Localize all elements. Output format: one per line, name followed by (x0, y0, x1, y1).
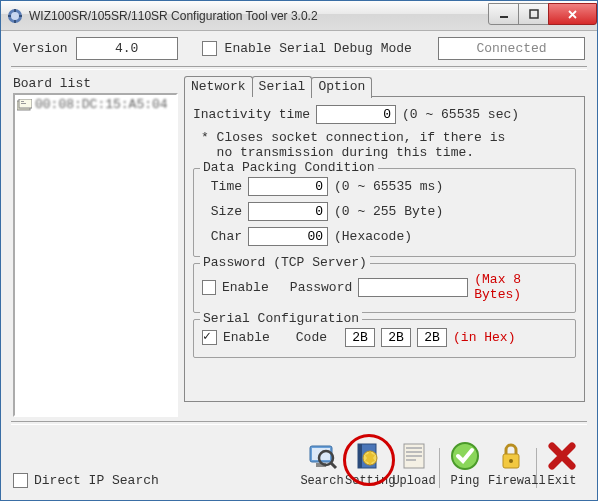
svg-point-27 (509, 459, 513, 463)
svg-rect-18 (358, 444, 362, 468)
upload-icon (398, 440, 430, 472)
dpc-size-input[interactable] (248, 202, 328, 221)
sc-enable-checkbox[interactable] (202, 330, 217, 345)
direct-ip-label: Direct IP Search (34, 473, 159, 488)
client-area: Version 4.0 Enable Serial Debug Mode Con… (9, 35, 589, 492)
toolbar-separator (439, 448, 440, 488)
inactivity-unit: (0 ~ 65535 sec) (402, 107, 519, 122)
minimize-button[interactable] (488, 3, 519, 25)
version-label: Version (13, 41, 68, 56)
dpc-size-label: Size (202, 204, 242, 219)
tab-option[interactable]: Option (311, 77, 372, 98)
ping-button[interactable]: Ping (442, 438, 488, 488)
dpc-time-input[interactable] (248, 177, 328, 196)
password-group: Password (TCP Server) Enable Password (M… (193, 263, 576, 313)
right-pane: Network Serial Option Inactivity time (0… (184, 76, 585, 417)
version-field: 4.0 (76, 37, 178, 60)
inactivity-note: * Closes socket connection, if there is … (201, 130, 576, 160)
exit-button[interactable]: Exit (539, 438, 585, 488)
divider (11, 66, 587, 70)
svg-rect-4 (8, 15, 11, 17)
svg-rect-22 (406, 451, 422, 453)
pw-label: Password (290, 280, 352, 295)
dpc-size-unit: (0 ~ 255 Byte) (334, 204, 443, 219)
left-pane: Board list 00:08:DC:15:A5:04 (13, 76, 178, 417)
pw-enable-checkbox[interactable] (202, 280, 216, 295)
svg-rect-6 (500, 16, 508, 18)
dpc-char-unit: (Hexacode) (334, 229, 412, 244)
inactivity-label: Inactivity time (193, 107, 310, 122)
sc-code-label: Code (296, 330, 327, 345)
setting-icon (352, 440, 384, 472)
inactivity-row: Inactivity time (0 ~ 65535 sec) (193, 105, 576, 124)
window-controls (489, 3, 597, 23)
svg-rect-5 (19, 15, 22, 17)
setting-button[interactable]: Setting (345, 438, 391, 488)
svg-rect-24 (406, 459, 416, 461)
pw-enable-label: Enable (222, 280, 269, 295)
main-area: Board list 00:08:DC:15:A5:04 Network Ser… (13, 76, 585, 417)
direct-ip-checkbox[interactable] (13, 473, 28, 488)
debug-checkbox[interactable] (202, 41, 217, 56)
close-button[interactable] (548, 3, 597, 25)
serial-config-group: Serial Configuration Enable Code (in Hex… (193, 319, 576, 358)
titlebar[interactable]: WIZ100SR/105SR/110SR Configuration Tool … (1, 1, 597, 31)
upload-button[interactable]: Upload (391, 438, 437, 488)
sc-code2-input[interactable] (381, 328, 411, 347)
board-list-item[interactable]: 00:08:DC:15:A5:04 (17, 97, 174, 112)
pw-title: Password (TCP Server) (200, 255, 370, 270)
board-list[interactable]: 00:08:DC:15:A5:04 (13, 93, 178, 417)
tab-bar: Network Serial Option (184, 76, 585, 97)
sc-code1-input[interactable] (345, 328, 375, 347)
dpc-char-input[interactable] (248, 227, 328, 246)
svg-rect-7 (530, 10, 538, 18)
app-window: WIZ100SR/105SR/110SR Configuration Tool … (0, 0, 598, 501)
search-icon (306, 440, 338, 472)
firewall-icon (495, 440, 527, 472)
svg-point-1 (11, 12, 19, 20)
svg-rect-3 (14, 20, 16, 23)
board-icon (17, 99, 32, 111)
toolbar: Search Setting Upload Ping (299, 438, 585, 488)
pw-note: (Max 8 Bytes) (474, 272, 567, 302)
sc-title: Serial Configuration (200, 311, 362, 326)
firewall-button[interactable]: Firewall (488, 438, 534, 488)
divider2 (11, 421, 587, 425)
exit-icon (546, 440, 578, 472)
footer: Direct IP Search Search Setting Upload (13, 473, 585, 488)
dpc-char-label: Char (202, 229, 242, 244)
svg-rect-10 (21, 101, 24, 102)
svg-rect-2 (14, 9, 16, 12)
board-list-label: Board list (13, 76, 178, 91)
pw-input[interactable] (358, 278, 468, 297)
maximize-button[interactable] (518, 3, 549, 25)
sc-enable-label: Enable (223, 330, 270, 345)
dpc-time-label: Time (202, 179, 242, 194)
window-title: WIZ100SR/105SR/110SR Configuration Tool … (29, 9, 489, 23)
inactivity-input[interactable] (316, 105, 396, 124)
header-row: Version 4.0 Enable Serial Debug Mode Con… (13, 37, 585, 60)
dpc-time-unit: (0 ~ 65535 ms) (334, 179, 443, 194)
svg-rect-23 (406, 455, 422, 457)
debug-label: Enable Serial Debug Mode (225, 41, 412, 56)
svg-rect-11 (21, 103, 26, 104)
search-button[interactable]: Search (299, 438, 345, 488)
tab-serial[interactable]: Serial (252, 76, 313, 97)
svg-rect-21 (406, 447, 422, 449)
board-mac: 00:08:DC:15:A5:04 (35, 97, 168, 112)
status-field: Connected (438, 37, 585, 60)
svg-line-16 (331, 463, 336, 468)
data-packing-group: Data Packing Condition Time(0 ~ 65535 ms… (193, 168, 576, 257)
sc-note: (in Hex) (453, 330, 515, 345)
sc-code3-input[interactable] (417, 328, 447, 347)
app-icon (7, 8, 23, 24)
dpc-title: Data Packing Condition (200, 160, 378, 175)
ping-icon (449, 440, 481, 472)
tab-network[interactable]: Network (184, 76, 253, 97)
option-pane: Inactivity time (0 ~ 65535 sec) * Closes… (184, 96, 585, 402)
